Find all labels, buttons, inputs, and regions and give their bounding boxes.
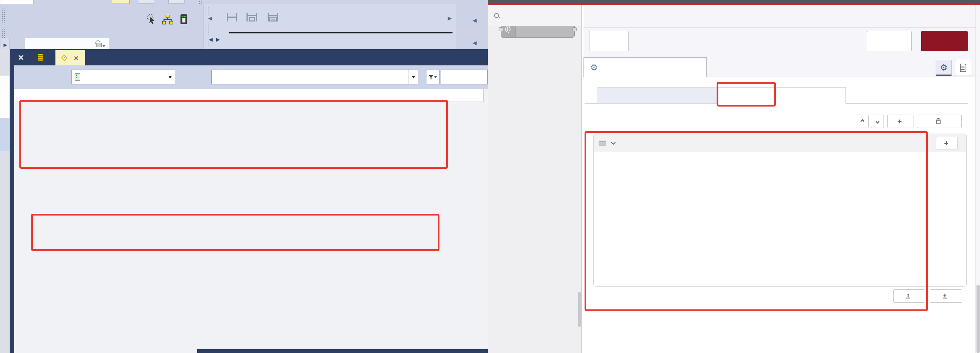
screen: ◀ ▶ ◀▶ ◀ ◀ ▶	[0, 0, 980, 353]
group-add-button[interactable]	[936, 137, 958, 149]
gear-icon: ⚙	[590, 63, 598, 73]
edit-node-panel: ⚙ ⚙	[584, 5, 980, 353]
instruction-tab-strip	[229, 34, 455, 48]
chevron-down-icon	[165, 70, 175, 84]
rslogix-window: ◀ ▶ ◀▶ ◀ ◀ ▶	[0, 0, 488, 353]
toolbar-grip	[199, 0, 202, 4]
document-icon	[960, 63, 966, 72]
scope-bar	[14, 65, 488, 89]
toolbar-input-fragment	[0, 0, 34, 4]
main-toolbar: ◀ ▶ ◀▶ ◀ ◀ ▶	[0, 4, 488, 49]
network-browse-icon[interactable]	[162, 15, 173, 25]
cancel-button[interactable]	[867, 31, 912, 51]
toolbar-grip	[205, 6, 208, 47]
palette-node-tcp-request[interactable]	[488, 26, 581, 38]
wifi-icon	[501, 26, 516, 37]
move-up-button[interactable]	[856, 115, 869, 128]
delete-button[interactable]	[589, 31, 628, 51]
gear-icon: ⚙	[940, 63, 948, 73]
double-chevron-down-icon	[876, 120, 879, 122]
export-button[interactable]	[930, 290, 962, 303]
properties-view-button[interactable]: ⚙	[935, 60, 952, 76]
close-pane-button[interactable]	[10, 49, 32, 65]
tag-list-container	[593, 134, 967, 287]
highlighted-toolbar-button-fragment[interactable]	[112, 0, 130, 4]
edit-panel-header: ⚙ ⚙	[584, 5, 980, 77]
double-chevron-up-icon	[861, 120, 864, 122]
docked-panel-edge	[0, 49, 10, 353]
show-dropdown[interactable]	[211, 70, 418, 84]
upload-icon	[905, 293, 911, 299]
controller-icon	[75, 73, 80, 81]
trash-icon	[936, 120, 940, 124]
node-help-button[interactable]	[955, 60, 971, 76]
update-button[interactable]	[921, 31, 968, 51]
tab-tags[interactable]	[717, 87, 846, 104]
tag-icon	[61, 54, 67, 61]
top-toolbar-fragment	[0, 0, 488, 4]
ladder-icon	[38, 54, 43, 61]
new-branch-level-icon[interactable]	[267, 12, 279, 22]
controller-device-icon[interactable]	[180, 14, 187, 25]
remove-all-button[interactable]	[917, 115, 962, 128]
table-header-row	[14, 89, 483, 102]
drag-handle-icon[interactable]	[599, 141, 606, 146]
palette-search[interactable]	[488, 5, 581, 26]
chevron-down-icon	[408, 70, 418, 84]
controller-tags-pane	[14, 65, 488, 353]
pane-border	[10, 65, 14, 353]
nodered-header-bar	[488, 0, 980, 3]
tab-controller-tags[interactable]	[55, 50, 85, 65]
instruction-toolbar: ◀ ▶ ◀▶	[204, 4, 456, 49]
move-down-button[interactable]	[871, 115, 884, 128]
download-icon	[942, 293, 948, 299]
tab-connection[interactable]	[597, 87, 717, 104]
funnel-icon	[428, 75, 433, 79]
close-icon[interactable]	[74, 56, 78, 60]
scrollbar-thumb[interactable]	[977, 285, 980, 353]
new-rung-icon[interactable]	[226, 12, 239, 22]
panel-scrollbar[interactable]	[975, 5, 980, 353]
add-tag-button[interactable]	[888, 115, 913, 128]
lock-icon[interactable]	[96, 43, 105, 47]
import-button[interactable]	[893, 290, 925, 303]
search-icon	[494, 13, 500, 18]
tag-table	[14, 89, 484, 102]
filter-button[interactable]	[426, 70, 439, 84]
tab-scroll-arrows[interactable]: ◀▶	[209, 36, 220, 42]
new-branch-icon[interactable]	[245, 12, 258, 22]
window-edge	[197, 349, 488, 353]
tab-main-routine[interactable]	[32, 49, 53, 65]
tab-properties[interactable]: ⚙	[584, 57, 707, 77]
plus-icon	[945, 141, 948, 145]
output-port	[572, 27, 577, 31]
breadcrumb	[584, 5, 980, 28]
nodered-window: ⚙ ⚙	[488, 0, 980, 353]
scroll-left-icon[interactable]: ◀	[208, 16, 212, 21]
palette-scrollbar-thumb[interactable]	[578, 292, 581, 327]
select-cursor-icon[interactable]	[146, 14, 157, 25]
tag-group-header[interactable]	[594, 134, 966, 152]
collapse-left-icon[interactable]: ◀	[473, 17, 477, 23]
node-palette	[488, 5, 582, 353]
plus-icon	[897, 120, 902, 123]
close-icon	[18, 55, 23, 60]
name-filter-input[interactable]	[441, 70, 488, 84]
collapse-left-icon[interactable]: ◀	[473, 40, 477, 45]
editor-tab-bar	[10, 49, 488, 65]
input-port	[499, 27, 503, 31]
scroll-right-icon[interactable]: ▶	[447, 16, 452, 21]
divider	[229, 32, 452, 33]
chevron-down-icon[interactable]	[611, 140, 616, 145]
scope-dropdown[interactable]	[72, 70, 175, 84]
